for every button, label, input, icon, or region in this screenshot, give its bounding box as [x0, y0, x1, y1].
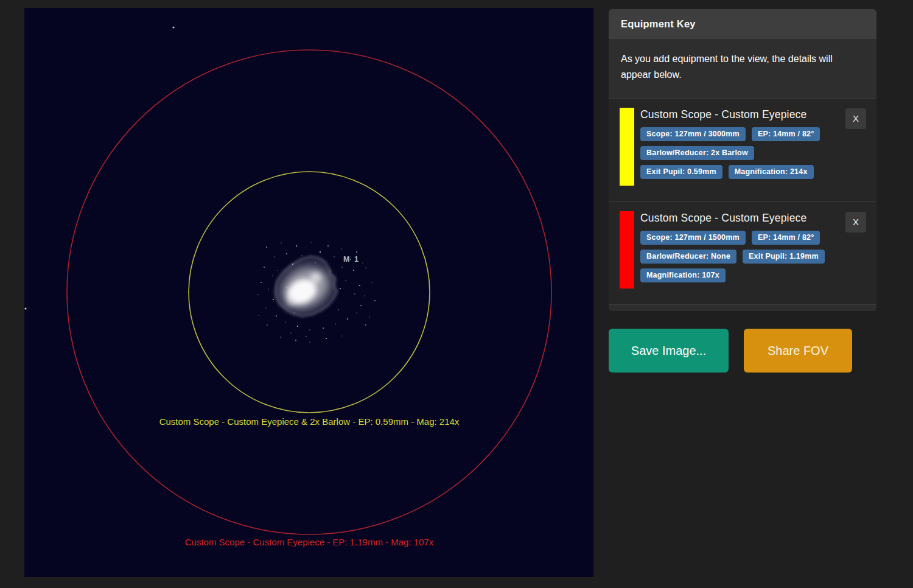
star: [277, 270, 278, 270]
star: [365, 324, 366, 326]
star: [273, 299, 274, 300]
star: [365, 267, 366, 268]
star: [276, 315, 277, 317]
star: [264, 267, 265, 268]
star: [360, 305, 362, 306]
star: [285, 321, 285, 322]
star: [354, 293, 355, 295]
star: [272, 275, 273, 276]
remove-equipment-button[interactable]: X: [845, 212, 866, 233]
equipment-key-panel: Equipment Key As you add equipment to th…: [609, 9, 876, 311]
star: [364, 295, 365, 296]
star: [320, 251, 321, 253]
star: [261, 282, 262, 283]
share-fov-button[interactable]: Share FOV: [744, 329, 852, 373]
star: [374, 300, 376, 301]
equipment-badge: Exit Pupil: 1.19mm: [743, 250, 825, 264]
star: [326, 338, 327, 339]
star: [335, 323, 335, 324]
star: [359, 285, 360, 286]
equipment-badge: EP: 14mm / 82°: [752, 231, 820, 245]
fov-label-yellow: Custom Scope - Custom Eyepiece & 2x Barl…: [159, 416, 460, 427]
equipment-title: Custom Scope - Custom Eyepiece: [640, 212, 866, 225]
equipment-list: Custom Scope - Custom Eyepiece Scope: 12…: [609, 98, 876, 305]
star: [257, 294, 259, 295]
star: [353, 270, 354, 271]
equipment-details: Custom Scope - Custom Eyepiece Scope: 12…: [638, 211, 866, 289]
target-name-label: M 1: [343, 255, 360, 264]
fov-view: M 1 Custom Scope - Custom Eyepiece & 2x …: [24, 8, 593, 577]
star: [172, 26, 174, 28]
fov-svg: M 1 Custom Scope - Custom Eyepiece & 2x …: [24, 8, 593, 577]
fov-label-red: Custom Scope - Custom Eyepiece - EP: 1.1…: [185, 537, 434, 547]
star: [338, 309, 339, 310]
equipment-badge: EP: 14mm / 82°: [752, 127, 820, 141]
star: [327, 245, 329, 247]
star: [306, 336, 307, 337]
equipment-title: Custom Scope - Custom Eyepiece: [640, 108, 866, 121]
equipment-badge: Exit Pupil: 0.59mm: [640, 165, 722, 179]
star: [369, 317, 369, 317]
star: [309, 341, 310, 342]
equipment-key-title: Equipment Key: [609, 9, 876, 39]
equipment-color-bar: [620, 211, 634, 289]
star: [347, 318, 348, 320]
star: [297, 326, 298, 327]
star: [290, 332, 291, 333]
star: [341, 267, 343, 268]
remove-equipment-button[interactable]: X: [845, 108, 866, 129]
star: [280, 337, 281, 338]
equipment-badge: Magnification: 107x: [640, 268, 726, 282]
equipment-key-intro: As you add equipment to the view, the de…: [609, 39, 876, 98]
equipment-item: Custom Scope - Custom Eyepiece Scope: 12…: [609, 98, 876, 201]
star: [274, 256, 275, 257]
star: [323, 327, 324, 329]
save-image-button[interactable]: Save Image...: [609, 329, 729, 373]
star: [334, 256, 334, 257]
star: [371, 282, 372, 282]
star: [301, 255, 302, 256]
star: [24, 307, 26, 309]
equipment-badge: Scope: 127mm / 3000mm: [640, 127, 746, 141]
star: [340, 288, 341, 289]
star: [265, 307, 266, 308]
star: [268, 289, 268, 289]
star: [266, 247, 267, 248]
star: [341, 248, 341, 249]
panel-bottom-pad: [609, 305, 876, 311]
equipment-item: Custom Scope - Custom Eyepiece Scope: 12…: [609, 201, 876, 305]
star: [286, 253, 287, 254]
equipment-badge: Barlow/Reducer: 2x Barlow: [640, 146, 754, 160]
star: [281, 242, 281, 243]
star: [356, 312, 357, 313]
star: [267, 324, 268, 326]
star: [362, 262, 363, 263]
star: [341, 335, 341, 336]
badge-container: Scope: 127mm / 1500mmEP: 14mm / 82°Barlo…: [640, 226, 841, 282]
equipment-details: Custom Scope - Custom Eyepiece Scope: 12…: [638, 108, 866, 186]
equipment-badge: Magnification: 214x: [729, 165, 814, 179]
nebula-m1: [275, 256, 337, 317]
star: [310, 242, 311, 242]
star: [295, 340, 296, 341]
star: [345, 280, 346, 281]
star: [258, 315, 259, 315]
star: [309, 329, 310, 331]
star: [356, 251, 357, 253]
star: [296, 245, 297, 247]
equipment-badge: Scope: 127mm / 1500mm: [640, 231, 746, 245]
equipment-color-bar: [620, 108, 634, 186]
equipment-badge: Barlow/Reducer: None: [640, 250, 736, 264]
badge-container: Scope: 127mm / 3000mmEP: 14mm / 82°Barlo…: [640, 122, 841, 179]
